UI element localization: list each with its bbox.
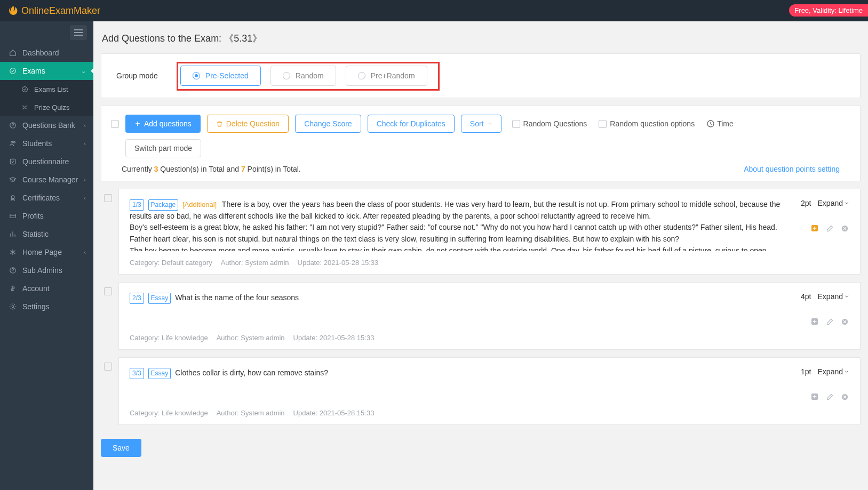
about-points-link[interactable]: About question points setting bbox=[744, 165, 840, 173]
button-label: Check for Duplicates bbox=[377, 119, 445, 128]
button-label: Change Score bbox=[304, 119, 352, 128]
sidebar-item-certificates[interactable]: Certificates ‹ bbox=[0, 189, 93, 207]
radio-icon bbox=[193, 72, 200, 79]
question-type-tag: Essay bbox=[148, 368, 171, 379]
question-checkbox[interactable] bbox=[104, 363, 112, 371]
page-title: Add Questions to the Exam: 《5.31》 bbox=[102, 32, 861, 45]
sidebar-item-label: Settings bbox=[22, 302, 50, 311]
question-text: 2/3 Essay What is the name of the four s… bbox=[130, 292, 791, 304]
group-mode-preselected[interactable]: Pre-Selected bbox=[180, 66, 261, 86]
edit-icon[interactable] bbox=[825, 392, 834, 401]
trash-icon bbox=[216, 121, 223, 127]
add-icon[interactable] bbox=[810, 392, 819, 401]
button-label: Delete Question bbox=[226, 119, 280, 128]
link-label: Time bbox=[717, 119, 734, 128]
button-label: Add questions bbox=[144, 119, 192, 128]
validity-badge[interactable]: Free, Validity: Lifetime bbox=[789, 4, 868, 17]
sidebar-item-sub-admins[interactable]: Sub Admins bbox=[0, 261, 93, 279]
delete-icon[interactable] bbox=[840, 392, 849, 401]
bar-chart-icon bbox=[7, 230, 18, 238]
add-questions-button[interactable]: Add questions bbox=[125, 115, 201, 133]
asterisk-icon bbox=[7, 248, 18, 256]
switch-part-mode-button[interactable]: Switch part mode bbox=[125, 139, 201, 157]
brand-logo[interactable]: OnlineExamMaker bbox=[7, 5, 100, 17]
question-points: 4pt bbox=[801, 292, 811, 301]
points-count: 7 bbox=[241, 165, 245, 173]
sidebar-item-prize-quizs[interactable]: Prize Quizs bbox=[0, 98, 93, 116]
sidebar-item-settings[interactable]: Settings bbox=[0, 298, 93, 316]
plus-icon bbox=[134, 121, 141, 127]
question-points: 1pt bbox=[801, 367, 811, 376]
delete-question-button[interactable]: Delete Question bbox=[207, 115, 289, 133]
expand-toggle[interactable]: Expand bbox=[818, 292, 849, 301]
question-index-tag: 3/3 bbox=[130, 368, 144, 379]
group-mode-random[interactable]: Random bbox=[270, 66, 336, 86]
gear-icon bbox=[7, 303, 18, 310]
change-score-button[interactable]: Change Score bbox=[295, 115, 361, 133]
svg-point-0 bbox=[10, 68, 16, 74]
delete-icon[interactable] bbox=[840, 223, 849, 233]
check-duplicates-button[interactable]: Check for Duplicates bbox=[368, 115, 455, 133]
sidebar-item-statistic[interactable]: Statistic bbox=[0, 225, 93, 243]
sidebar-item-questionnaire[interactable]: Questionnaire bbox=[0, 152, 93, 171]
sidebar-item-label: Dashboard bbox=[22, 49, 59, 57]
edit-icon[interactable] bbox=[825, 223, 834, 233]
svg-point-1 bbox=[22, 86, 27, 92]
sidebar-item-label: Statistic bbox=[22, 230, 49, 238]
expand-toggle[interactable]: Expand bbox=[818, 367, 849, 376]
chevron-down-icon bbox=[487, 121, 492, 126]
sidebar-item-label: Profits bbox=[22, 212, 44, 220]
radio-label: Pre+Random bbox=[371, 71, 415, 80]
edit-icon[interactable] bbox=[825, 317, 834, 326]
sidebar-item-students[interactable]: Students ‹ bbox=[0, 134, 93, 152]
question-checkbox[interactable] bbox=[104, 194, 112, 202]
sidebar-item-course-manager[interactable]: Course Manager ‹ bbox=[0, 171, 93, 189]
sort-button[interactable]: Sort bbox=[461, 115, 501, 133]
brand-icon bbox=[7, 5, 19, 17]
question-index-tag: 1/3 bbox=[130, 199, 144, 211]
question-text: 3/3 Essay Clothes collar is dirty, how c… bbox=[130, 367, 791, 379]
chevron-left-icon: ‹ bbox=[84, 122, 86, 128]
sidebar-item-dashboard[interactable]: Dashboard bbox=[0, 44, 93, 62]
home-icon bbox=[7, 49, 18, 57]
time-link[interactable]: Time bbox=[706, 119, 734, 128]
question-list: 1/3 Package [Additional] There is a boy,… bbox=[101, 189, 861, 425]
top-header: OnlineExamMaker Free, Validity: Lifetime bbox=[0, 0, 868, 21]
card-icon bbox=[7, 212, 18, 220]
svg-rect-7 bbox=[10, 214, 16, 218]
add-icon[interactable] bbox=[810, 223, 819, 233]
sidebar-item-home-page[interactable]: Home Page ‹ bbox=[0, 243, 93, 261]
select-all-checkbox[interactable] bbox=[111, 120, 119, 128]
hamburger-icon[interactable] bbox=[70, 25, 87, 40]
sidebar-sub-exams: Exams List Prize Quizs bbox=[0, 80, 93, 116]
sidebar-item-profits[interactable]: Profits bbox=[0, 207, 93, 225]
random-questions-checkbox[interactable]: Random Questions bbox=[512, 119, 587, 128]
question-type-tag: Package bbox=[148, 199, 179, 211]
question-icon bbox=[7, 122, 18, 129]
totals-text: Currently 3 Question(s) in Total and 7 P… bbox=[122, 165, 301, 173]
question-row: 3/3 Essay Clothes collar is dirty, how c… bbox=[101, 357, 861, 425]
add-icon[interactable] bbox=[810, 317, 819, 326]
expand-toggle[interactable]: Expand bbox=[818, 199, 849, 207]
question-row: 2/3 Essay What is the name of the four s… bbox=[101, 282, 861, 350]
chevron-left-icon: ‹ bbox=[84, 249, 86, 255]
certificate-icon bbox=[7, 194, 18, 202]
sidebar-item-exams-list[interactable]: Exams List bbox=[0, 80, 93, 98]
brand-text: OnlineExamMaker bbox=[21, 5, 100, 17]
save-button[interactable]: Save bbox=[101, 439, 141, 457]
question-row: 1/3 Package [Additional] There is a boy,… bbox=[101, 189, 861, 275]
random-options-checkbox[interactable]: Random question options bbox=[599, 119, 695, 128]
question-index-tag: 2/3 bbox=[130, 293, 144, 304]
group-mode-prerandom[interactable]: Pre+Random bbox=[346, 66, 427, 86]
dollar-icon bbox=[7, 285, 18, 292]
sidebar-item-questions-bank[interactable]: Questions Bank ‹ bbox=[0, 116, 93, 134]
question-checkbox[interactable] bbox=[104, 287, 112, 295]
sidebar-item-exams[interactable]: Exams ⌄ bbox=[0, 62, 93, 80]
grad-cap-icon bbox=[7, 176, 18, 183]
sidebar-item-label: Sub Admins bbox=[22, 266, 62, 275]
question-card: 3/3 Essay Clothes collar is dirty, how c… bbox=[118, 357, 861, 425]
delete-icon[interactable] bbox=[840, 317, 849, 326]
chevron-left-icon: ‹ bbox=[84, 195, 86, 201]
clock-icon bbox=[706, 119, 715, 128]
sidebar-item-account[interactable]: Account bbox=[0, 279, 93, 298]
